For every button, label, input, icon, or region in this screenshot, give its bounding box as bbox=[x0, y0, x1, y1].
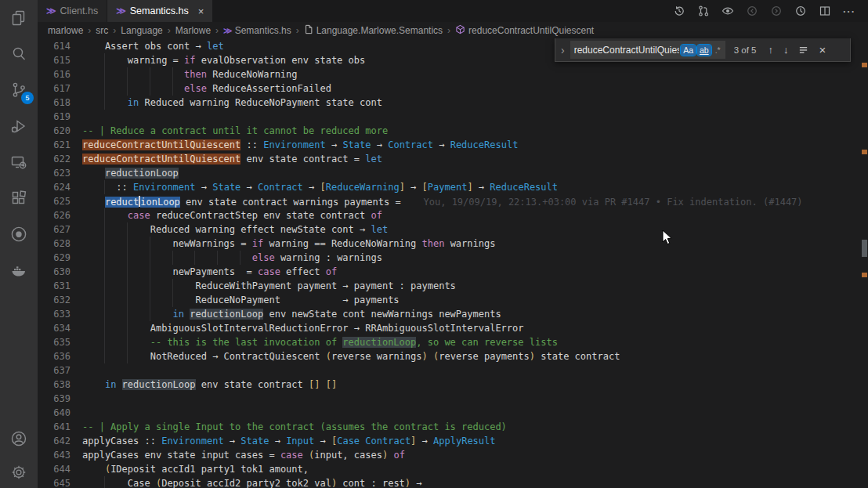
pull-request-icon[interactable] bbox=[697, 5, 710, 17]
tab-semantics-hs[interactable]: ≫ Semantics.hs × bbox=[107, 0, 212, 22]
line-content[interactable]: reduceContractUntilQuiescent :: Environm… bbox=[71, 138, 868, 152]
line-content[interactable]: case reduceContractStep env state contra… bbox=[71, 208, 868, 222]
breadcrumb-item-module[interactable]: Language.Marlowe.Semantics bbox=[304, 24, 443, 37]
code-line[interactable]: 630 newPayments = case effect of bbox=[38, 265, 868, 279]
code-line[interactable]: 637 bbox=[38, 363, 868, 378]
line-content[interactable]: then ReduceNoWarning bbox=[71, 67, 868, 81]
line-content[interactable]: reduceContractUntilQuiescent env state c… bbox=[71, 152, 868, 166]
previous-match-icon[interactable]: ↑ bbox=[765, 44, 776, 56]
overview-ruler[interactable] bbox=[861, 22, 868, 488]
breadcrumb-item[interactable]: marlowe bbox=[48, 25, 83, 36]
previous-change-icon[interactable] bbox=[746, 5, 758, 17]
line-content[interactable] bbox=[71, 363, 868, 378]
whole-word-toggle[interactable]: ab bbox=[697, 45, 711, 56]
expand-replace-icon[interactable]: › bbox=[559, 44, 566, 56]
code-line[interactable]: 623 reductionLoop bbox=[38, 166, 868, 180]
file-clock-icon[interactable] bbox=[794, 5, 807, 17]
line-content[interactable]: Case (Deposit accId2 party2 tok2 val) co… bbox=[71, 476, 868, 488]
line-content[interactable]: -- this is the last invocation of reduct… bbox=[71, 335, 868, 349]
code-line[interactable]: 645 Case (Deposit accId2 party2 tok2 val… bbox=[38, 476, 868, 488]
line-content[interactable]: reductionLoop env state contract warning… bbox=[71, 194, 868, 208]
line-content[interactable]: newWarnings = if warning == ReduceNoWarn… bbox=[71, 237, 868, 251]
next-match-icon[interactable]: ↓ bbox=[780, 44, 792, 56]
history-icon[interactable] bbox=[673, 5, 685, 17]
line-content[interactable]: in reductionLoop env state contract [] [… bbox=[71, 378, 868, 392]
line-content[interactable]: NotReduced → ContractQuiescent (reverse … bbox=[71, 349, 868, 363]
line-content[interactable]: newPayments = case effect of bbox=[71, 265, 868, 279]
code-line[interactable]: 629 else warning : warnings bbox=[38, 251, 868, 265]
split-editor-icon[interactable] bbox=[819, 5, 831, 17]
line-content[interactable]: :: Environment → State → Contract → [Red… bbox=[71, 180, 868, 194]
code-line[interactable]: 617 else ReduceAssertionFailed bbox=[38, 81, 868, 96]
line-content[interactable]: applyCases :: Environment → State → Inpu… bbox=[71, 434, 868, 448]
code-line[interactable]: 634 AmbiguousSlotIntervalReductionError … bbox=[38, 321, 868, 335]
extensions-icon[interactable] bbox=[0, 180, 38, 216]
settings-gear-icon[interactable] bbox=[0, 457, 38, 488]
find-in-selection-icon[interactable] bbox=[795, 45, 812, 55]
code-line[interactable]: 642applyCases :: Environment → State → I… bbox=[38, 434, 868, 448]
run-debug-icon[interactable] bbox=[0, 108, 38, 144]
code-line[interactable]: 616 then ReduceNoWarning bbox=[38, 67, 868, 81]
search-icon[interactable] bbox=[0, 36, 38, 72]
code-line[interactable]: 627 Reduced warning effect newState cont… bbox=[38, 222, 868, 237]
code-line[interactable]: 622reduceContractUntilQuiescent env stat… bbox=[38, 152, 868, 166]
breadcrumb-item-file[interactable]: ≫ Semantics.hs bbox=[223, 25, 291, 36]
code-line[interactable]: 635 -- this is the last invocation of re… bbox=[38, 335, 868, 349]
line-content[interactable]: reductionLoop bbox=[71, 166, 868, 180]
code-line[interactable]: 631 ReduceWithPayment payment → payment … bbox=[38, 279, 868, 293]
line-content[interactable]: else warning : warnings bbox=[71, 251, 868, 265]
line-content[interactable]: in Reduced warning ReduceNoPayment state… bbox=[71, 96, 868, 110]
tab-client-hs[interactable]: ≫ Client.hs bbox=[38, 0, 107, 22]
scrollbar-thumb[interactable] bbox=[862, 240, 867, 257]
regex-toggle[interactable]: .* bbox=[713, 45, 723, 56]
code-line[interactable]: 643applyCases env state input cases = ca… bbox=[38, 448, 868, 462]
explorer-icon[interactable] bbox=[0, 0, 38, 36]
line-content[interactable]: Reduced warning effect newState cont → l… bbox=[71, 222, 868, 237]
next-change-icon[interactable] bbox=[770, 5, 783, 17]
code-line[interactable]: 618 in Reduced warning ReduceNoPayment s… bbox=[38, 96, 868, 110]
code-line[interactable]: 639 bbox=[38, 392, 868, 406]
code-line[interactable]: 626 case reduceContractStep env state co… bbox=[38, 208, 868, 222]
line-content[interactable]: ReduceNoPayment → payments bbox=[71, 293, 868, 307]
account-icon[interactable] bbox=[0, 421, 38, 457]
code-line[interactable]: 619 bbox=[38, 110, 868, 124]
line-content[interactable] bbox=[71, 110, 868, 124]
line-content[interactable]: else ReduceAssertionFailed bbox=[71, 81, 868, 96]
code-line[interactable]: 632 ReduceNoPayment → payments bbox=[38, 293, 868, 307]
code-area[interactable]: 614 Assert obs cont → let615 warning = i… bbox=[38, 39, 868, 488]
remote-explorer-icon[interactable] bbox=[0, 144, 38, 180]
breadcrumb-item[interactable]: Language bbox=[121, 25, 162, 36]
blame-eye-icon[interactable] bbox=[722, 5, 734, 17]
line-content[interactable] bbox=[71, 392, 868, 406]
code-line[interactable]: 633 in reductionLoop env newState cont n… bbox=[38, 307, 868, 321]
code-line[interactable]: 620-- | Reduce a contract until it canno… bbox=[38, 124, 868, 138]
more-actions-icon[interactable]: ··· bbox=[843, 5, 855, 17]
line-content[interactable]: ReduceWithPayment payment → payment : pa… bbox=[71, 279, 868, 293]
line-content[interactable]: -- | Reduce a contract until it cannot b… bbox=[71, 124, 868, 138]
breadcrumb-item-symbol[interactable]: reduceContractUntilQuiescent bbox=[455, 24, 594, 37]
code-line[interactable]: 641-- | Apply a single Input to the cont… bbox=[38, 420, 868, 434]
source-control-icon[interactable]: 5 bbox=[0, 72, 38, 108]
code-line[interactable]: 625 reductionLoop env state contract war… bbox=[38, 194, 868, 208]
code-line[interactable]: 628 newWarnings = if warning == ReduceNo… bbox=[38, 237, 868, 251]
breadcrumb-item[interactable]: src bbox=[96, 25, 108, 36]
docker-icon[interactable] bbox=[0, 252, 38, 288]
breadcrumb-item[interactable]: Marlowe bbox=[175, 25, 211, 36]
line-content[interactable]: AmbiguousSlotIntervalReductionError → RR… bbox=[71, 321, 868, 335]
line-content[interactable]: in reductionLoop env newState cont newWa… bbox=[71, 307, 868, 321]
close-tab-icon[interactable]: × bbox=[198, 6, 204, 16]
line-content[interactable] bbox=[71, 406, 868, 420]
github-icon[interactable] bbox=[0, 216, 38, 252]
match-case-toggle[interactable]: Aa bbox=[681, 45, 696, 56]
line-content[interactable]: -- | Apply a single Input to the contrac… bbox=[71, 420, 868, 434]
line-content[interactable]: applyCases env state input cases = case … bbox=[71, 448, 868, 462]
line-content[interactable]: (IDeposit accId1 party1 tok1 amount, bbox=[71, 462, 868, 476]
code-line[interactable]: 640 bbox=[38, 406, 868, 420]
find-input[interactable]: reduceContractUntilQuiescent Aa ab .* bbox=[570, 41, 725, 59]
code-line[interactable]: 624 :: Environment → State → Contract → … bbox=[38, 180, 868, 194]
code-line[interactable]: 621reduceContractUntilQuiescent :: Envir… bbox=[38, 138, 868, 152]
code-line[interactable]: 636 NotReduced → ContractQuiescent (reve… bbox=[38, 349, 868, 363]
code-line[interactable]: 644 (IDeposit accId1 party1 tok1 amount, bbox=[38, 462, 868, 476]
close-find-icon[interactable]: × bbox=[816, 43, 829, 56]
code-line[interactable]: 638 in reductionLoop env state contract … bbox=[38, 378, 868, 392]
